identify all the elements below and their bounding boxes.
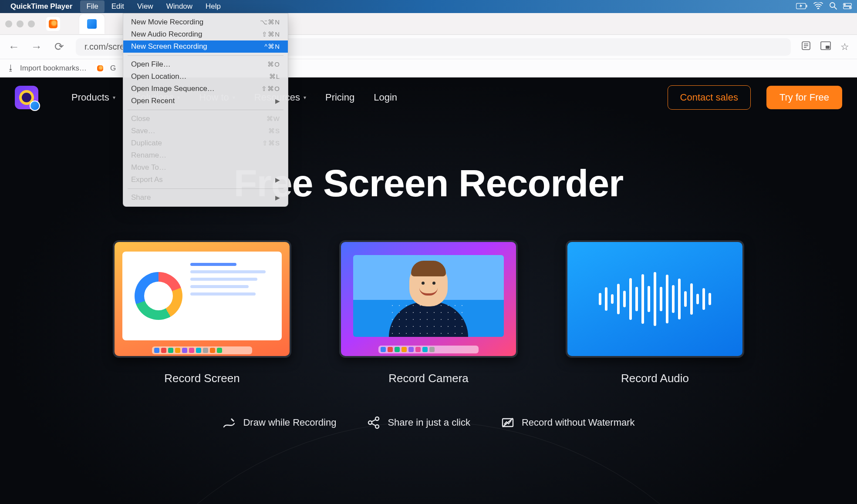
nav-login[interactable]: Login	[374, 92, 397, 103]
import-bookmarks-icon[interactable]: ⭳	[7, 64, 15, 73]
search-icon[interactable]	[829, 2, 837, 12]
chevron-right-icon: ▶	[275, 97, 280, 104]
nav-pricing[interactable]: Pricing	[325, 92, 354, 103]
app-name[interactable]: QuickTime Player	[10, 2, 72, 11]
card-record-screen[interactable]: Record Screen	[113, 240, 291, 385]
menu-open-recent[interactable]: Open Recent▶	[123, 95, 288, 107]
feature-label: Share in just a click	[388, 417, 470, 428]
menu-separator	[128, 110, 283, 110]
card-record-camera[interactable]: Record Camera	[339, 240, 518, 385]
record-audio-image	[566, 240, 744, 358]
background-circle	[63, 421, 794, 504]
tab-favicon	[87, 19, 97, 29]
firefox-bookmark-icon[interactable]	[95, 64, 105, 73]
svg-point-17	[375, 425, 379, 428]
card-label: Record Camera	[388, 372, 469, 385]
svg-point-3	[830, 3, 835, 7]
chevron-down-icon: ▾	[304, 94, 306, 101]
nav-products[interactable]: Products▾	[71, 92, 115, 103]
svg-point-2	[817, 7, 819, 9]
cards-row: Record Screen Record Camera	[0, 240, 857, 385]
svg-line-4	[834, 7, 837, 9]
svg-point-8	[849, 7, 851, 8]
svg-rect-1	[806, 5, 807, 7]
menu-close: Close⌘W	[123, 113, 288, 125]
feature-draw: Draw while Recording	[222, 416, 336, 430]
menu-new-screen-recording[interactable]: New Screen Recording^⌘N	[123, 40, 288, 53]
bookmark-star-icon[interactable]: ☆	[840, 41, 849, 53]
menu-help[interactable]: Help	[199, 0, 227, 13]
battery-icon[interactable]	[796, 2, 807, 11]
reload-button[interactable]: ⟳	[53, 40, 65, 54]
menu-separator	[128, 188, 283, 189]
menu-edit[interactable]: Edit	[105, 0, 130, 13]
svg-rect-14	[826, 46, 830, 49]
card-record-audio[interactable]: Record Audio	[566, 240, 744, 385]
svg-line-18	[372, 420, 376, 422]
menu-export-as: Export As▶	[123, 174, 288, 186]
menu-share: Share▶	[123, 192, 288, 204]
chevron-down-icon: ▾	[113, 94, 115, 101]
control-center-icon[interactable]	[843, 2, 852, 11]
firefox-icon[interactable]	[46, 17, 60, 31]
macos-menubar: QuickTime Player File Edit View Window H…	[0, 0, 857, 13]
menu-separator	[128, 55, 283, 56]
svg-point-6	[844, 3, 846, 5]
bookmark-item[interactable]: G	[110, 64, 116, 73]
feature-watermark: Record without Watermark	[501, 416, 635, 430]
svg-line-19	[372, 423, 376, 426]
feature-label: Draw while Recording	[243, 417, 336, 428]
menu-rename: Rename…	[123, 149, 288, 161]
waveform-icon	[599, 272, 711, 326]
feature-label: Record without Watermark	[522, 417, 635, 428]
wifi-icon[interactable]	[813, 2, 823, 11]
contact-sales-button[interactable]: Contact sales	[668, 85, 751, 110]
svg-point-16	[375, 417, 379, 420]
record-camera-image	[339, 240, 518, 358]
menu-new-movie-recording[interactable]: New Movie Recording⌥⌘N	[123, 16, 288, 28]
menu-view[interactable]: View	[131, 0, 159, 13]
svg-point-15	[368, 421, 372, 424]
back-button[interactable]: ←	[8, 40, 20, 54]
forward-button[interactable]: →	[30, 40, 43, 54]
menu-open-image-sequence[interactable]: Open Image Sequence…⇧⌘O	[123, 83, 288, 95]
try-free-button[interactable]: Try for Free	[766, 86, 842, 109]
menu-new-audio-recording[interactable]: New Audio Recording⇧⌘N	[123, 28, 288, 40]
record-screen-image	[113, 240, 291, 358]
menu-save: Save…⌘S	[123, 125, 288, 137]
menu-file[interactable]: File	[80, 0, 104, 13]
menu-duplicate: Duplicate⇧⌘S	[123, 137, 288, 149]
window-controls[interactable]	[5, 20, 35, 27]
share-icon	[367, 416, 381, 430]
chevron-right-icon: ▶	[275, 176, 280, 183]
no-watermark-icon	[501, 416, 515, 430]
browser-tab[interactable]	[79, 14, 105, 34]
menu-move-to: Move To…	[123, 161, 288, 174]
card-label: Record Screen	[164, 372, 240, 385]
pip-icon[interactable]	[820, 41, 831, 53]
status-tray	[796, 2, 852, 12]
chevron-right-icon: ▶	[275, 194, 280, 201]
file-menu-dropdown: New Movie Recording⌥⌘N New Audio Recordi…	[123, 13, 288, 207]
import-bookmarks-link[interactable]: Import bookmarks…	[20, 64, 87, 73]
menu-open-file[interactable]: Open File…⌘O	[123, 58, 288, 71]
feature-share: Share in just a click	[367, 416, 470, 430]
card-label: Record Audio	[621, 372, 689, 385]
features-row: Draw while Recording Share in just a cli…	[0, 416, 857, 430]
site-logo[interactable]	[15, 86, 38, 109]
reader-mode-icon[interactable]	[801, 41, 811, 53]
menu-open-location[interactable]: Open Location…⌘L	[123, 71, 288, 83]
draw-icon	[222, 416, 236, 430]
menu-window[interactable]: Window	[160, 0, 199, 13]
